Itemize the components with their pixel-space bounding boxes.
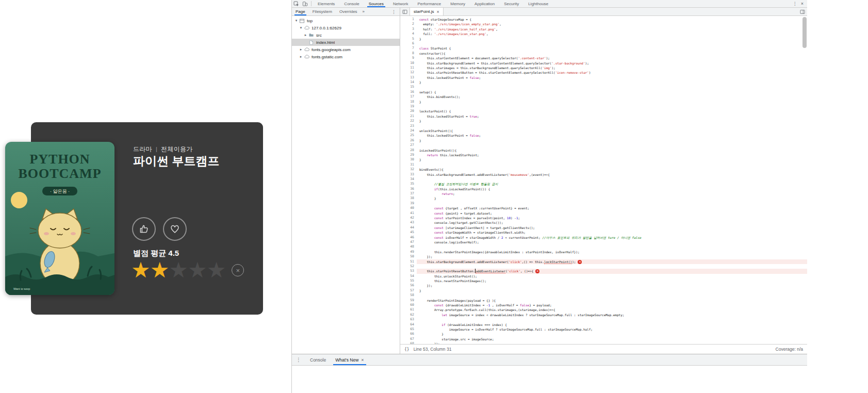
- code-line[interactable]: [417, 143, 807, 148]
- line-number[interactable]: 62: [400, 313, 414, 317]
- scrollbar-thumb[interactable]: [803, 17, 807, 48]
- line-number[interactable]: 31: [400, 162, 414, 167]
- line-number[interactable]: 16: [400, 90, 414, 94]
- line-number[interactable]: 4: [400, 31, 414, 36]
- line-number[interactable]: 6: [400, 41, 414, 46]
- chevron-down-icon[interactable]: ▾: [294, 19, 299, 23]
- line-number[interactable]: 47: [400, 240, 414, 244]
- line-number[interactable]: 23: [400, 124, 414, 128]
- code-line[interactable]: this.unlockStarPoint();: [417, 274, 807, 279]
- code-line[interactable]: imageSource = isOverHalf ? starImageSour…: [417, 327, 807, 332]
- tree-item-index-html[interactable]: index.html: [292, 39, 400, 46]
- code-line[interactable]: this.renderStarPointImages({drawableLimi…: [417, 250, 807, 254]
- line-number[interactable]: 65: [400, 327, 414, 332]
- line-number[interactable]: 15: [400, 85, 414, 89]
- devtools-tab-performance[interactable]: Performance: [413, 0, 446, 7]
- editor-tab-starpoint-js[interactable]: starPoint.js ×: [410, 8, 444, 15]
- devtools-tab-memory[interactable]: Memory: [446, 0, 470, 7]
- line-number[interactable]: 18: [400, 100, 414, 104]
- line-number[interactable]: 51: [400, 259, 414, 264]
- tree-item-fonts-googleapis-com[interactable]: ▸fonts.googleapis.com: [292, 46, 400, 53]
- devtools-tab-sources[interactable]: Sources: [364, 0, 388, 7]
- drawer-menu-icon[interactable]: ⋮: [292, 357, 305, 363]
- line-number[interactable]: 3: [400, 27, 414, 31]
- line-number[interactable]: 39: [400, 201, 414, 206]
- code-line[interactable]: if (drawableLimitIndex === index) {: [417, 322, 807, 327]
- code-line[interactable]: [417, 317, 807, 322]
- code-line[interactable]: constructor(){: [417, 51, 807, 56]
- code-line[interactable]: if(this.isLockedStarPoint()) {: [417, 187, 807, 191]
- code-line[interactable]: unlockStarPoint(){: [417, 128, 807, 133]
- code-line[interactable]: return;: [417, 191, 807, 196]
- code-line[interactable]: this.starBackgroundElement.addEventListe…: [417, 259, 807, 264]
- inspect-icon[interactable]: [292, 1, 301, 7]
- line-number[interactable]: 27: [400, 143, 414, 148]
- code-line[interactable]: this.lockedStarPoint = true;: [417, 114, 807, 119]
- code-line[interactable]: this.starContentElement = document.query…: [417, 56, 807, 60]
- line-number[interactable]: 10: [400, 61, 414, 66]
- line-number[interactable]: 11: [400, 66, 414, 70]
- code-line[interactable]: this.starBackgroundElement.addEventListe…: [417, 172, 807, 177]
- line-number[interactable]: 55: [400, 279, 414, 283]
- tree-item-top[interactable]: ▾top: [292, 17, 400, 24]
- code-line[interactable]: }: [417, 100, 807, 104]
- line-number[interactable]: 24: [400, 128, 414, 133]
- line-number[interactable]: 58: [400, 293, 414, 298]
- navigator-tab-overrides[interactable]: Overrides: [336, 8, 361, 15]
- code-line[interactable]: const starImageSourceMap = {: [417, 17, 807, 22]
- pretty-print-button[interactable]: {}: [404, 347, 410, 352]
- code-line[interactable]: [417, 201, 807, 206]
- favorite-button[interactable]: [163, 217, 187, 241]
- code-line[interactable]: }: [417, 80, 807, 85]
- line-number[interactable]: 45: [400, 230, 414, 235]
- line-number[interactable]: 43: [400, 220, 414, 225]
- star-icon[interactable]: ★: [131, 258, 151, 282]
- code-line[interactable]: [417, 124, 807, 128]
- line-number[interactable]: 41: [400, 211, 414, 216]
- device-toolbar-icon[interactable]: [301, 1, 309, 7]
- line-number[interactable]: 40: [400, 206, 414, 210]
- devtools-tab-network[interactable]: Network: [388, 0, 413, 7]
- line-number[interactable]: 21: [400, 114, 414, 119]
- remove-star-button[interactable]: ×: [232, 264, 244, 276]
- line-number[interactable]: 52: [400, 264, 414, 269]
- line-number[interactable]: 30: [400, 157, 414, 162]
- line-number[interactable]: 57: [400, 288, 414, 293]
- line-number[interactable]: 20: [400, 109, 414, 113]
- line-number[interactable]: 28: [400, 148, 414, 153]
- line-number[interactable]: 42: [400, 216, 414, 220]
- line-number[interactable]: 44: [400, 225, 414, 230]
- code-line[interactable]: this.starBackgroundElement = this.starCo…: [417, 61, 807, 66]
- line-number[interactable]: 7: [400, 46, 414, 51]
- line-number[interactable]: 49: [400, 250, 414, 254]
- line-number[interactable]: 32: [400, 167, 414, 172]
- code-line[interactable]: //별점 고정되어있다면 이벤트 핸들링 금지: [417, 182, 807, 186]
- code-line[interactable]: [417, 162, 807, 167]
- code-line[interactable]: const {target , offsetX :currentUserPoin…: [417, 206, 807, 210]
- code-line[interactable]: }: [417, 196, 807, 201]
- devtools-tab-lighthouse[interactable]: Lighthouse: [523, 0, 553, 7]
- coverage-label[interactable]: Coverage: n/a: [776, 347, 803, 352]
- code-line[interactable]: this.starimages = this.starBackgroundEle…: [417, 66, 807, 70]
- line-number[interactable]: 60: [400, 303, 414, 307]
- line-number[interactable]: 29: [400, 153, 414, 157]
- devtools-tab-security[interactable]: Security: [499, 0, 523, 7]
- tab-overflow-icon[interactable]: »: [361, 9, 366, 14]
- line-number[interactable]: 34: [400, 177, 414, 182]
- line-number[interactable]: 22: [400, 119, 414, 123]
- close-tab-icon[interactable]: ×: [437, 9, 439, 14]
- code-line[interactable]: }: [417, 119, 807, 123]
- code-line[interactable]: this.starPointResetButton.addEventListen…: [417, 269, 807, 273]
- devtools-tab-console[interactable]: Console: [339, 0, 364, 7]
- like-button[interactable]: [132, 217, 156, 241]
- debugger-panel-toggle-icon[interactable]: [798, 8, 807, 15]
- code-line[interactable]: bindEvents(){: [417, 167, 807, 172]
- editor-scrollbar[interactable]: [802, 16, 807, 344]
- line-number[interactable]: 54: [400, 274, 414, 279]
- code-line[interactable]: [417, 41, 807, 46]
- code-line[interactable]: [417, 244, 807, 249]
- code-line[interactable]: const {drawableLimitIndex = -1 , isOverH…: [417, 303, 807, 307]
- code-line[interactable]: this.bindEvents();: [417, 94, 807, 99]
- code-line[interactable]: empty: './src/images/icon_empty_star.png…: [417, 22, 807, 26]
- tree-item-src[interactable]: ▸src: [292, 31, 400, 39]
